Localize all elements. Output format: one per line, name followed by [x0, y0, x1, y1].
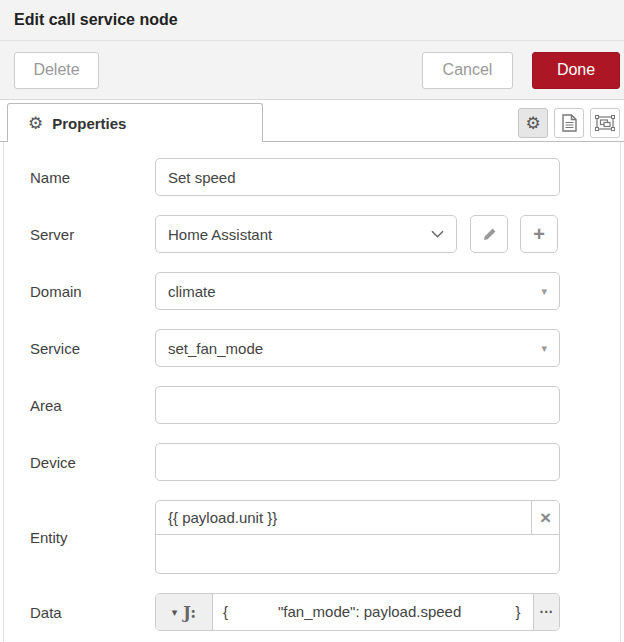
domain-input[interactable]: climate ▾: [155, 272, 560, 310]
tab-properties-label: Properties: [52, 115, 126, 132]
domain-label: Domain: [30, 283, 155, 300]
dialog-button-bar: Delete Cancel Done: [0, 41, 624, 100]
tab-properties[interactable]: ⚙ Properties: [7, 103, 263, 142]
close-icon: ×: [540, 507, 551, 529]
caret-down-icon: ▾: [541, 285, 547, 298]
area-input[interactable]: [155, 386, 560, 424]
area-label: Area: [30, 397, 155, 414]
editor-tab-bar: ⚙ Properties ⚙: [0, 100, 624, 142]
pencil-icon: [482, 227, 497, 242]
name-label: Name: [30, 169, 155, 186]
service-input[interactable]: set_fan_mode ▾: [155, 329, 560, 367]
domain-row: Domain climate ▾: [30, 272, 620, 310]
entity-row: Entity {{ payload.unit }} ×: [30, 500, 620, 574]
file-text-icon: [562, 114, 577, 132]
caret-down-icon: ▾: [172, 606, 178, 619]
edit-server-button[interactable]: [470, 215, 508, 253]
server-select[interactable]: Home Assistant: [155, 215, 457, 253]
entity-remove-button[interactable]: ×: [531, 501, 559, 534]
data-type-button[interactable]: ▾ J:: [156, 594, 213, 630]
properties-tab-button[interactable]: ⚙: [518, 108, 548, 138]
entity-list-item[interactable]: {{ payload.unit }} ×: [156, 501, 559, 535]
entity-label: Entity: [30, 529, 155, 546]
jsonata-icon: J:: [183, 603, 196, 622]
service-label: Service: [30, 340, 155, 357]
data-label: Data: [30, 604, 155, 621]
data-row: Data ▾ J: { "fan_mode": payload.speed } …: [30, 593, 620, 631]
domain-value: climate: [168, 283, 541, 300]
caret-down-icon: ▾: [541, 342, 547, 355]
service-value: set_fan_mode: [168, 340, 541, 357]
device-row: Device: [30, 443, 620, 481]
cancel-button[interactable]: Cancel: [422, 52, 513, 89]
entity-empty-row[interactable]: [156, 535, 559, 573]
tab-action-buttons: ⚙: [518, 108, 620, 138]
done-button[interactable]: Done: [532, 52, 620, 89]
device-input[interactable]: [155, 443, 560, 481]
add-server-button[interactable]: +: [520, 215, 558, 253]
gear-icon: ⚙: [28, 115, 43, 132]
name-row: Name: [30, 158, 620, 196]
properties-form: Name Server Home Assistant + Domain clim…: [3, 142, 621, 642]
name-input[interactable]: [155, 158, 560, 196]
object-group-icon: [595, 115, 615, 131]
device-label: Device: [30, 454, 155, 471]
area-row: Area: [30, 386, 620, 424]
dialog-header: Edit call service node: [0, 0, 624, 41]
entity-value[interactable]: {{ payload.unit }}: [156, 501, 531, 534]
delete-button[interactable]: Delete: [14, 52, 99, 89]
data-expand-button[interactable]: ···: [533, 594, 559, 630]
data-value-input[interactable]: { "fan_mode": payload.speed }: [213, 594, 533, 630]
gear-icon: ⚙: [525, 115, 540, 132]
entity-editor: {{ payload.unit }} ×: [155, 500, 560, 574]
chevron-down-icon: [431, 230, 444, 238]
server-row: Server Home Assistant +: [30, 215, 620, 253]
appearance-tab-button[interactable]: [590, 108, 620, 138]
dialog-title: Edit call service node: [14, 11, 178, 29]
service-row: Service set_fan_mode ▾: [30, 329, 620, 367]
data-typed-input: ▾ J: { "fan_mode": payload.speed } ···: [155, 593, 560, 631]
plus-icon: +: [533, 223, 545, 246]
server-label: Server: [30, 226, 155, 243]
description-tab-button[interactable]: [554, 108, 584, 138]
server-select-value: Home Assistant: [168, 226, 431, 243]
